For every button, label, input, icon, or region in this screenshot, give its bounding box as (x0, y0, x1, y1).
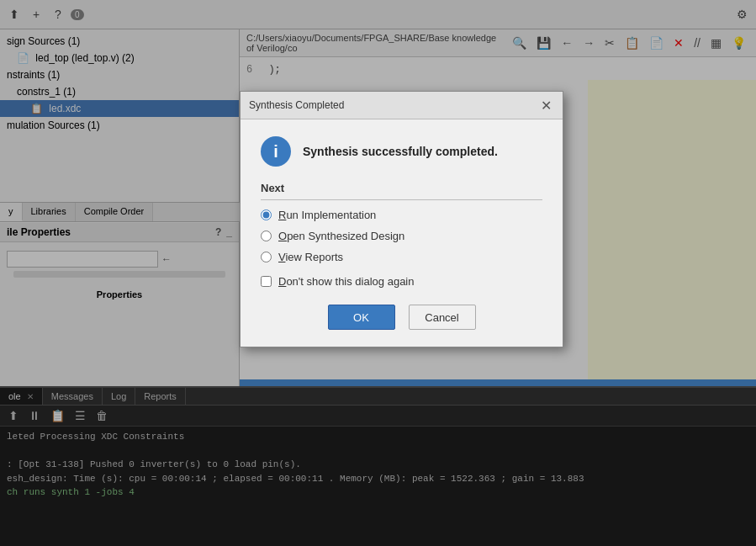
info-icon: i (261, 136, 291, 167)
radio-option-open-synthesized[interactable]: Open Synthesized Design (261, 230, 542, 242)
radio-view-reports-label: View Reports (278, 251, 343, 263)
dialog-close-button[interactable]: ✕ (537, 97, 554, 114)
synthesis-completed-dialog: Synthesis Completed ✕ i Synthesis succes… (240, 91, 563, 347)
dialog-close-icon: ✕ (541, 98, 552, 114)
dont-show-checkbox[interactable] (261, 276, 272, 287)
radio-view-reports[interactable] (261, 252, 272, 262)
dialog-info-row: i Synthesis successfully completed. (261, 136, 542, 167)
radio-option-run-implementation[interactable]: Run Implementation (261, 209, 542, 221)
radio-option-view-reports[interactable]: View Reports (261, 251, 542, 263)
dialog-titlebar: Synthesis Completed ✕ (241, 92, 563, 119)
dialog-body: i Synthesis successfully completed. Next… (241, 119, 563, 347)
dont-show-label: Don't show this dialog again (278, 275, 414, 288)
radio-open-synthesized-label: Open Synthesized Design (278, 230, 404, 242)
cancel-button[interactable]: Cancel (409, 305, 476, 330)
ok-button[interactable]: OK (328, 305, 395, 330)
dialog-next-label: Next (261, 182, 542, 200)
dialog-buttons: OK Cancel (261, 305, 542, 330)
radio-open-synthesized[interactable] (261, 231, 272, 241)
dialog-info-message: Synthesis successfully completed. (303, 145, 498, 158)
dont-show-row: Don't show this dialog again (261, 275, 542, 288)
dialog-title: Synthesis Completed (249, 99, 344, 111)
radio-run-implementation[interactable] (261, 209, 272, 220)
radio-run-implementation-label: Run Implementation (278, 209, 376, 221)
